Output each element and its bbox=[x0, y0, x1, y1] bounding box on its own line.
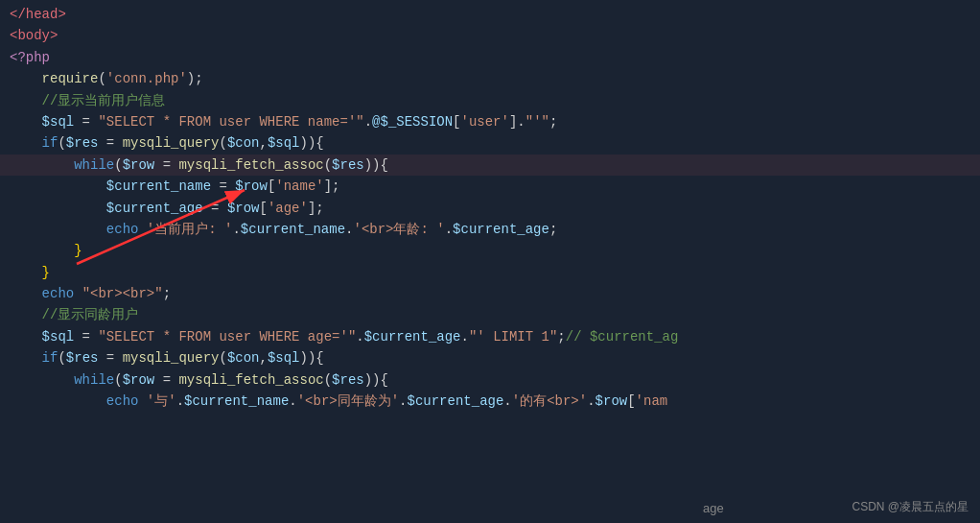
code-line-7: if ( $res = mysqli_query ( $con , $sql )… bbox=[0, 132, 980, 154]
php-open-tag: <?php bbox=[10, 47, 50, 68]
code-block: </head> <body> <?php require ( 'conn.php… bbox=[0, 0, 980, 416]
code-line-18: while ( $row = mysqli_fetch_assoc ( $res… bbox=[0, 369, 980, 391]
code-line-15: //显示同龄用户 bbox=[0, 304, 980, 325]
bottom-label: age bbox=[703, 501, 724, 515]
html-tag: </head> bbox=[10, 4, 66, 25]
code-line-3: <?php bbox=[0, 47, 980, 68]
function-call: require bbox=[42, 68, 99, 89]
code-line-16: $sql = "SELECT * FROM user WHERE age='" … bbox=[0, 326, 980, 347]
code-line-19: echo '与' . $current_name . '<br>同年龄为' . … bbox=[0, 391, 980, 412]
html-tag: <body> bbox=[10, 25, 58, 46]
code-line-6: $sql = "SELECT * FROM user WHERE name='"… bbox=[0, 111, 980, 132]
code-line-12: } bbox=[0, 240, 980, 261]
code-line-17: if ( $res = mysqli_query ( $con , $sql )… bbox=[0, 347, 980, 368]
code-line-11: echo '当前用户: ' . $current_name . '<br>年龄:… bbox=[0, 219, 980, 240]
code-line-14: echo "<br><br>" ; bbox=[0, 283, 980, 304]
code-line-10: $current_age = $row [ 'age' ]; bbox=[0, 198, 980, 219]
code-line-8: while ( $row = mysqli_fetch_assoc ( $res… bbox=[0, 155, 980, 176]
code-line-5: //显示当前用户信息 bbox=[0, 90, 980, 111]
comment-text: //显示当前用户信息 bbox=[42, 90, 166, 111]
code-line-1: </head> bbox=[0, 4, 980, 25]
code-line-4: require ( 'conn.php' ); bbox=[0, 68, 980, 89]
code-line-2: <body> bbox=[0, 25, 980, 46]
watermark: CSDN @凌晨五点的星 bbox=[852, 499, 968, 515]
code-line-13: } bbox=[0, 262, 980, 283]
code-line-9: $current_name = $row [ 'name' ]; bbox=[0, 176, 980, 197]
